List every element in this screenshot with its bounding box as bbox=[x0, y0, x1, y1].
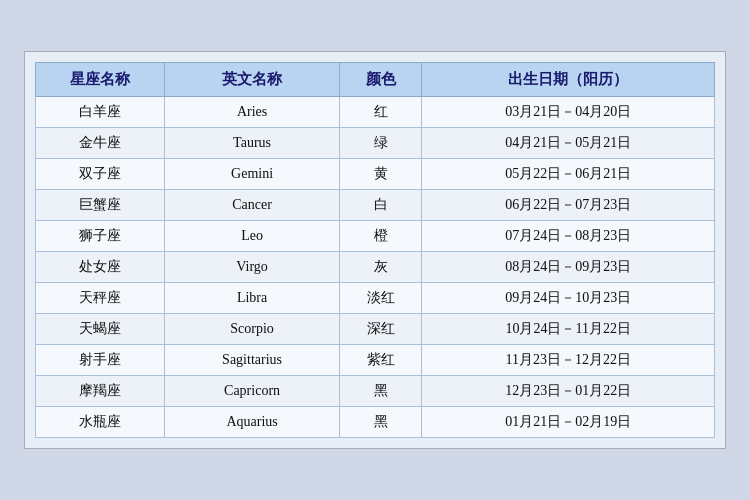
table-row: 摩羯座Capricorn黑12月23日－01月22日 bbox=[36, 376, 715, 407]
cell-date: 09月24日－10月23日 bbox=[422, 283, 715, 314]
cell-color: 灰 bbox=[340, 252, 422, 283]
table-row: 射手座Sagittarius紫红11月23日－12月22日 bbox=[36, 345, 715, 376]
cell-chinese: 巨蟹座 bbox=[36, 190, 165, 221]
cell-english: Sagittarius bbox=[164, 345, 340, 376]
table-row: 狮子座Leo橙07月24日－08月23日 bbox=[36, 221, 715, 252]
cell-color: 橙 bbox=[340, 221, 422, 252]
cell-english: Scorpio bbox=[164, 314, 340, 345]
cell-date: 05月22日－06月21日 bbox=[422, 159, 715, 190]
table-row: 金牛座Taurus绿04月21日－05月21日 bbox=[36, 128, 715, 159]
cell-color: 绿 bbox=[340, 128, 422, 159]
cell-chinese: 水瓶座 bbox=[36, 407, 165, 438]
cell-color: 黄 bbox=[340, 159, 422, 190]
table-row: 水瓶座Aquarius黑01月21日－02月19日 bbox=[36, 407, 715, 438]
cell-color: 黑 bbox=[340, 376, 422, 407]
cell-color: 红 bbox=[340, 97, 422, 128]
cell-date: 03月21日－04月20日 bbox=[422, 97, 715, 128]
cell-color: 白 bbox=[340, 190, 422, 221]
table-row: 白羊座Aries红03月21日－04月20日 bbox=[36, 97, 715, 128]
cell-date: 06月22日－07月23日 bbox=[422, 190, 715, 221]
cell-english: Taurus bbox=[164, 128, 340, 159]
cell-color: 紫红 bbox=[340, 345, 422, 376]
cell-color: 深红 bbox=[340, 314, 422, 345]
header-color: 颜色 bbox=[340, 63, 422, 97]
cell-english: Aquarius bbox=[164, 407, 340, 438]
cell-chinese: 白羊座 bbox=[36, 97, 165, 128]
cell-english: Gemini bbox=[164, 159, 340, 190]
cell-chinese: 射手座 bbox=[36, 345, 165, 376]
table-row: 双子座Gemini黄05月22日－06月21日 bbox=[36, 159, 715, 190]
cell-date: 04月21日－05月21日 bbox=[422, 128, 715, 159]
header-chinese: 星座名称 bbox=[36, 63, 165, 97]
table-row: 天蝎座Scorpio深红10月24日－11月22日 bbox=[36, 314, 715, 345]
header-english: 英文名称 bbox=[164, 63, 340, 97]
zodiac-table-container: 星座名称 英文名称 颜色 出生日期（阳历） 白羊座Aries红03月21日－04… bbox=[24, 51, 726, 449]
cell-chinese: 摩羯座 bbox=[36, 376, 165, 407]
cell-date: 12月23日－01月22日 bbox=[422, 376, 715, 407]
cell-english: Libra bbox=[164, 283, 340, 314]
zodiac-table: 星座名称 英文名称 颜色 出生日期（阳历） 白羊座Aries红03月21日－04… bbox=[35, 62, 715, 438]
cell-english: Cancer bbox=[164, 190, 340, 221]
cell-date: 10月24日－11月22日 bbox=[422, 314, 715, 345]
cell-color: 淡红 bbox=[340, 283, 422, 314]
cell-date: 01月21日－02月19日 bbox=[422, 407, 715, 438]
cell-color: 黑 bbox=[340, 407, 422, 438]
cell-english: Capricorn bbox=[164, 376, 340, 407]
cell-chinese: 天秤座 bbox=[36, 283, 165, 314]
header-date: 出生日期（阳历） bbox=[422, 63, 715, 97]
cell-english: Leo bbox=[164, 221, 340, 252]
cell-date: 08月24日－09月23日 bbox=[422, 252, 715, 283]
table-row: 处女座Virgo灰08月24日－09月23日 bbox=[36, 252, 715, 283]
cell-english: Virgo bbox=[164, 252, 340, 283]
cell-chinese: 天蝎座 bbox=[36, 314, 165, 345]
cell-date: 11月23日－12月22日 bbox=[422, 345, 715, 376]
cell-date: 07月24日－08月23日 bbox=[422, 221, 715, 252]
table-row: 巨蟹座Cancer白06月22日－07月23日 bbox=[36, 190, 715, 221]
cell-chinese: 处女座 bbox=[36, 252, 165, 283]
table-row: 天秤座Libra淡红09月24日－10月23日 bbox=[36, 283, 715, 314]
cell-chinese: 双子座 bbox=[36, 159, 165, 190]
cell-chinese: 金牛座 bbox=[36, 128, 165, 159]
cell-english: Aries bbox=[164, 97, 340, 128]
cell-chinese: 狮子座 bbox=[36, 221, 165, 252]
